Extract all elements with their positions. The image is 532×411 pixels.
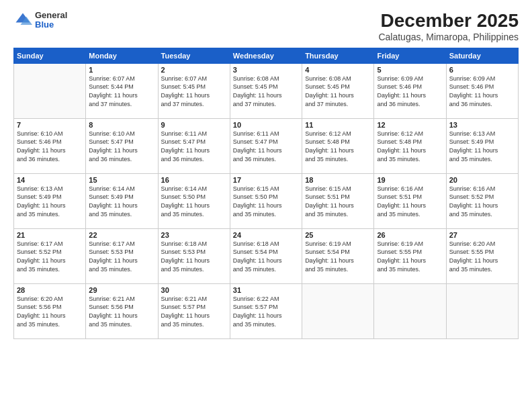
- day-number: 3: [233, 66, 299, 74]
- day-number: 23: [161, 231, 227, 239]
- sunrise-line: Sunrise: 6:21 AM: [89, 295, 154, 304]
- day-number: 14: [17, 176, 83, 184]
- sunset-line: Sunset: 5:51 PM: [305, 193, 371, 201]
- daylight-minutes: and 35 minutes.: [449, 210, 515, 219]
- day-number: 29: [89, 286, 154, 294]
- day-info: Sunrise: 6:17 AMSunset: 5:53 PMDaylight:…: [89, 240, 154, 273]
- day-number: 11: [305, 121, 371, 129]
- daylight-label: Daylight: 11 hours: [17, 201, 83, 210]
- weekday-header-row: SundayMondayTuesdayWednesdayThursdayFrid…: [14, 48, 519, 63]
- sunset-line: Sunset: 5:57 PM: [161, 303, 227, 312]
- daylight-label: Daylight: 11 hours: [449, 91, 515, 100]
- weekday-header-saturday: Saturday: [446, 48, 518, 63]
- daylight-label: Daylight: 11 hours: [89, 257, 154, 265]
- daylight-label: Daylight: 11 hours: [161, 312, 227, 320]
- daylight-label: Daylight: 11 hours: [17, 257, 83, 265]
- sunset-line: Sunset: 5:49 PM: [89, 193, 154, 201]
- day-info: Sunrise: 6:14 AMSunset: 5:50 PMDaylight:…: [161, 185, 227, 218]
- daylight-minutes: and 35 minutes.: [233, 265, 299, 274]
- day-number: 15: [89, 176, 154, 184]
- daylight-label: Daylight: 11 hours: [17, 312, 83, 320]
- header: General Blue December 2025 Calatugas, Mi…: [13, 11, 519, 42]
- daylight-label: Daylight: 11 hours: [89, 312, 154, 320]
- sunset-line: Sunset: 5:56 PM: [89, 303, 154, 312]
- sunrise-line: Sunrise: 6:22 AM: [233, 295, 299, 304]
- weekday-header-sunday: Sunday: [14, 48, 86, 63]
- day-number: 26: [377, 231, 443, 239]
- daylight-label: Daylight: 11 hours: [377, 91, 443, 100]
- sunrise-line: Sunrise: 6:10 AM: [17, 130, 83, 138]
- sunrise-line: Sunrise: 6:14 AM: [89, 185, 154, 193]
- day-number: 1: [89, 66, 154, 74]
- daylight-minutes: and 35 minutes.: [305, 265, 371, 274]
- calendar-body: 1Sunrise: 6:07 AMSunset: 5:44 PMDaylight…: [14, 63, 519, 338]
- daylight-minutes: and 37 minutes.: [305, 100, 371, 109]
- daylight-minutes: and 35 minutes.: [377, 155, 443, 164]
- sunset-line: Sunset: 5:46 PM: [449, 83, 515, 91]
- day-info: Sunrise: 6:11 AMSunset: 5:47 PMDaylight:…: [161, 130, 227, 163]
- sunrise-line: Sunrise: 6:07 AM: [161, 75, 227, 83]
- day-number: 5: [377, 66, 443, 74]
- daylight-minutes: and 35 minutes.: [17, 320, 83, 329]
- day-number: 25: [305, 231, 371, 239]
- sunset-line: Sunset: 5:48 PM: [305, 138, 371, 146]
- daylight-label: Daylight: 11 hours: [377, 257, 443, 265]
- daylight-label: Daylight: 11 hours: [17, 146, 83, 155]
- weekday-header-wednesday: Wednesday: [230, 48, 302, 63]
- calendar-cell: 9Sunrise: 6:11 AMSunset: 5:47 PMDaylight…: [158, 118, 230, 173]
- calendar-cell: 5Sunrise: 6:09 AMSunset: 5:46 PMDaylight…: [374, 63, 446, 118]
- calendar-cell: 7Sunrise: 6:10 AMSunset: 5:46 PMDaylight…: [14, 118, 86, 173]
- sunrise-line: Sunrise: 6:21 AM: [161, 295, 227, 304]
- day-info: Sunrise: 6:13 AMSunset: 5:49 PMDaylight:…: [449, 130, 515, 163]
- sunset-line: Sunset: 5:44 PM: [89, 83, 154, 91]
- logo-text: General Blue: [35, 11, 67, 30]
- sunrise-line: Sunrise: 6:17 AM: [17, 240, 83, 248]
- calendar-cell: 21Sunrise: 6:17 AMSunset: 5:52 PMDayligh…: [14, 228, 86, 283]
- day-number: 27: [449, 231, 515, 239]
- day-number: 7: [17, 121, 83, 129]
- logo-icon: [13, 11, 32, 30]
- calendar-cell: 31Sunrise: 6:22 AMSunset: 5:57 PMDayligh…: [230, 283, 302, 338]
- sunrise-line: Sunrise: 6:12 AM: [305, 130, 371, 138]
- daylight-label: Daylight: 11 hours: [233, 91, 299, 100]
- day-info: Sunrise: 6:11 AMSunset: 5:47 PMDaylight:…: [233, 130, 299, 163]
- sunrise-line: Sunrise: 6:20 AM: [17, 295, 83, 304]
- sunset-line: Sunset: 5:49 PM: [449, 138, 515, 146]
- sunrise-line: Sunrise: 6:16 AM: [377, 185, 443, 193]
- calendar-cell: [446, 283, 518, 338]
- sunset-line: Sunset: 5:52 PM: [449, 193, 515, 201]
- calendar-week-0: 1Sunrise: 6:07 AMSunset: 5:44 PMDaylight…: [14, 63, 519, 118]
- sunset-line: Sunset: 5:48 PM: [377, 138, 443, 146]
- day-info: Sunrise: 6:10 AMSunset: 5:46 PMDaylight:…: [17, 130, 83, 163]
- calendar-cell: 2Sunrise: 6:07 AMSunset: 5:45 PMDaylight…: [158, 63, 230, 118]
- sunrise-line: Sunrise: 6:17 AM: [89, 240, 154, 248]
- daylight-minutes: and 35 minutes.: [89, 265, 154, 274]
- logo-general: General: [35, 11, 67, 20]
- daylight-minutes: and 36 minutes.: [161, 155, 227, 164]
- day-info: Sunrise: 6:08 AMSunset: 5:45 PMDaylight:…: [305, 75, 371, 108]
- sunrise-line: Sunrise: 6:13 AM: [17, 185, 83, 193]
- sunrise-line: Sunrise: 6:11 AM: [233, 130, 299, 138]
- daylight-minutes: and 36 minutes.: [233, 155, 299, 164]
- day-info: Sunrise: 6:19 AMSunset: 5:54 PMDaylight:…: [305, 240, 371, 273]
- sunset-line: Sunset: 5:49 PM: [17, 193, 83, 201]
- daylight-minutes: and 35 minutes.: [377, 265, 443, 274]
- day-number: 12: [377, 121, 443, 129]
- day-info: Sunrise: 6:21 AMSunset: 5:56 PMDaylight:…: [89, 295, 154, 328]
- calendar-cell: 29Sunrise: 6:21 AMSunset: 5:56 PMDayligh…: [86, 283, 158, 338]
- calendar-cell: 1Sunrise: 6:07 AMSunset: 5:44 PMDaylight…: [86, 63, 158, 118]
- calendar-cell: 24Sunrise: 6:18 AMSunset: 5:54 PMDayligh…: [230, 228, 302, 283]
- sunrise-line: Sunrise: 6:20 AM: [449, 240, 515, 248]
- day-number: 28: [17, 286, 83, 294]
- day-info: Sunrise: 6:10 AMSunset: 5:47 PMDaylight:…: [89, 130, 154, 163]
- day-info: Sunrise: 6:18 AMSunset: 5:53 PMDaylight:…: [161, 240, 227, 273]
- daylight-minutes: and 36 minutes.: [17, 155, 83, 164]
- calendar-cell: 20Sunrise: 6:16 AMSunset: 5:52 PMDayligh…: [446, 173, 518, 228]
- day-number: 21: [17, 231, 83, 239]
- sunrise-line: Sunrise: 6:15 AM: [305, 185, 371, 193]
- calendar-cell: 16Sunrise: 6:14 AMSunset: 5:50 PMDayligh…: [158, 173, 230, 228]
- logo: General Blue: [13, 11, 67, 30]
- day-info: Sunrise: 6:17 AMSunset: 5:52 PMDaylight:…: [17, 240, 83, 273]
- day-info: Sunrise: 6:15 AMSunset: 5:51 PMDaylight:…: [305, 185, 371, 218]
- daylight-label: Daylight: 11 hours: [305, 201, 371, 210]
